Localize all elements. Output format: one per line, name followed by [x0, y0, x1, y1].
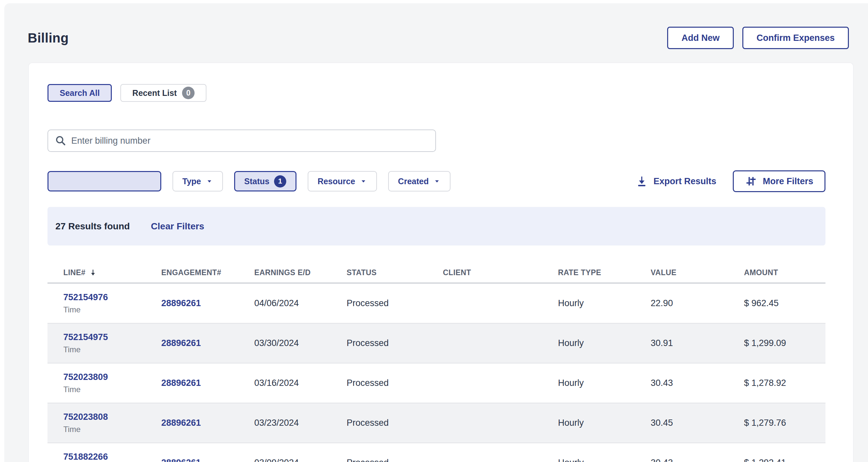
table-row: 752023809 Time 28896261 03/16/2024 Proce…: [48, 363, 826, 403]
value-cell: 30.91: [651, 338, 744, 348]
line-cell: 752154975 Time: [48, 332, 161, 354]
column-header-client[interactable]: CLIENT: [443, 268, 558, 277]
amount-cell: $ 1,279.76: [744, 418, 826, 428]
value-cell: 30.45: [651, 418, 744, 428]
search-icon: [55, 135, 67, 146]
line-type-label: Time: [63, 345, 161, 354]
chevron-down-icon: [206, 177, 213, 185]
billing-card: Search All Recent List 0: [28, 63, 854, 462]
filter-pill-created-label: Created: [398, 177, 429, 186]
status-cell: Processed: [347, 458, 443, 462]
status-filter-count-badge: 1: [274, 175, 286, 188]
rate-type-cell: Hourly: [558, 458, 651, 462]
table-row: 752154975 Time 28896261 03/30/2024 Proce…: [48, 324, 826, 363]
rate-type-cell: Hourly: [558, 378, 651, 388]
engagement-cell: 28896261: [161, 298, 254, 308]
filter-pill-resource-label: Resource: [318, 177, 355, 186]
earnings-date-cell: 03/16/2024: [254, 378, 347, 388]
filter-pill-resource[interactable]: Resource: [308, 171, 377, 192]
tab-recent-list[interactable]: Recent List 0: [120, 84, 207, 102]
line-number-link[interactable]: 752023809: [63, 372, 161, 382]
engagement-cell: 28896261: [161, 338, 254, 348]
filter-pill-created[interactable]: Created: [388, 171, 451, 192]
table-body: 752154976 Time 28896261 04/06/2024 Proce…: [48, 284, 826, 462]
line-type-label: Time: [63, 305, 161, 315]
rate-type-cell: Hourly: [558, 298, 651, 308]
engagement-cell: 28896261: [161, 458, 254, 462]
amount-cell: $ 1,278.92: [744, 378, 826, 388]
column-header-value[interactable]: VALUE: [651, 268, 744, 277]
tab-recent-list-label: Recent List: [132, 88, 177, 98]
earnings-date-cell: 03/09/2024: [254, 458, 347, 462]
status-cell: Processed: [347, 418, 443, 428]
export-results-button[interactable]: Export Results: [636, 175, 716, 188]
filter-pills: Type Status 1 Resource: [48, 171, 451, 192]
column-header-line[interactable]: LINE#: [48, 268, 161, 277]
clear-filters-link[interactable]: Clear Filters: [151, 221, 205, 232]
earnings-date-cell: 04/06/2024: [254, 298, 347, 308]
column-header-amount[interactable]: AMOUNT: [744, 268, 826, 277]
engagement-number-link[interactable]: 28896261: [161, 378, 201, 388]
line-cell: 751882266 Time: [48, 452, 161, 462]
chevron-down-icon: [360, 177, 367, 185]
confirm-expenses-button[interactable]: Confirm Expenses: [742, 27, 849, 49]
tab-search-all[interactable]: Search All: [48, 84, 112, 102]
line-type-label: Time: [63, 425, 161, 434]
table-row: 751882266 Time 28896261 03/09/2024 Proce…: [48, 443, 826, 462]
filter-pill-type[interactable]: Type: [173, 171, 223, 192]
more-filters-label: More Filters: [763, 176, 813, 187]
line-cell: 752023808 Time: [48, 412, 161, 434]
tab-search-all-label: Search All: [60, 88, 100, 98]
rate-type-cell: Hourly: [558, 418, 651, 428]
engagement-cell: 28896261: [161, 418, 254, 428]
more-filters-button[interactable]: More Filters: [733, 170, 826, 192]
line-type-label: Time: [63, 385, 161, 394]
amount-cell: $ 962.45: [744, 298, 826, 308]
filter-pill-status[interactable]: Status 1: [234, 171, 297, 192]
add-new-button[interactable]: Add New: [667, 27, 734, 49]
table-row: 752023808 Time 28896261 03/23/2024 Proce…: [48, 403, 826, 443]
engagement-number-link[interactable]: 28896261: [161, 458, 201, 462]
amount-cell: $ 1,299.09: [744, 338, 826, 348]
column-header-earnings[interactable]: EARNINGS E/D: [254, 268, 347, 277]
chevron-down-icon: [433, 177, 441, 185]
engagement-number-link[interactable]: 28896261: [161, 418, 201, 428]
billing-table: LINE# ENGAGEMENT# EARNINGS E/D STATUS CL…: [48, 263, 826, 462]
table-row: 752154976 Time 28896261 04/06/2024 Proce…: [48, 284, 826, 324]
line-cell: 752154976 Time: [48, 292, 161, 315]
filter-pill-type-label: Type: [182, 177, 201, 186]
filters-row: Type Status 1 Resource: [48, 170, 826, 192]
column-header-status[interactable]: STATUS: [347, 268, 443, 277]
column-header-engagement[interactable]: ENGAGEMENT#: [161, 268, 254, 277]
engagement-number-link[interactable]: 28896261: [161, 338, 201, 348]
filter-pill-blank[interactable]: [48, 171, 161, 192]
table-header-row: LINE# ENGAGEMENT# EARNINGS E/D STATUS CL…: [48, 263, 826, 284]
line-number-link[interactable]: 752154975: [63, 332, 161, 342]
export-results-label: Export Results: [653, 176, 716, 187]
engagement-cell: 28896261: [161, 378, 254, 388]
status-cell: Processed: [347, 298, 443, 308]
results-bar: 27 Results found Clear Filters: [48, 207, 826, 245]
tabs-row: Search All Recent List 0: [48, 84, 826, 102]
engagement-number-link[interactable]: 28896261: [161, 298, 201, 308]
top-actions: Add New Confirm Expenses: [667, 27, 849, 49]
value-cell: 30.43: [651, 458, 744, 462]
search-input[interactable]: [71, 136, 429, 146]
main-panel: Billing Add New Confirm Expenses Search …: [4, 3, 868, 462]
results-count: 27 Results found: [55, 221, 130, 232]
sort-desc-icon: [89, 268, 97, 277]
page-title: Billing: [28, 31, 69, 45]
value-cell: 30.43: [651, 378, 744, 388]
line-cell: 752023809 Time: [48, 372, 161, 394]
earnings-date-cell: 03/23/2024: [254, 418, 347, 428]
column-header-rate-type[interactable]: RATE TYPE: [558, 268, 651, 277]
top-bar: Billing Add New Confirm Expenses: [4, 3, 868, 63]
status-cell: Processed: [347, 378, 443, 388]
line-number-link[interactable]: 752154976: [63, 292, 161, 302]
filter-pill-status-label: Status: [244, 177, 270, 186]
earnings-date-cell: 03/30/2024: [254, 338, 347, 348]
billing-screen: Billing Add New Confirm Expenses Search …: [0, 0, 868, 462]
sliders-icon: [745, 175, 757, 187]
line-number-link[interactable]: 751882266: [63, 452, 161, 462]
line-number-link[interactable]: 752023808: [63, 412, 161, 422]
